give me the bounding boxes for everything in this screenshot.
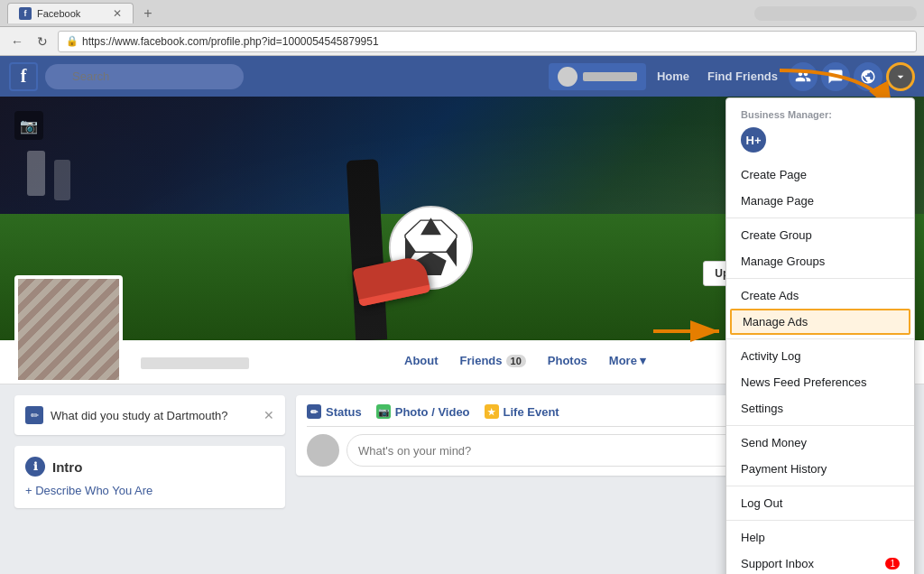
- manage-page-item[interactable]: Manage Page: [726, 188, 914, 214]
- ads-section: Create Ads Manage Ads: [726, 279, 914, 339]
- intro-add-btn[interactable]: + Describe Who You Are: [25, 484, 274, 497]
- settings-item[interactable]: Settings: [726, 395, 914, 421]
- biz-manager-label: Business Manager:: [726, 104, 914, 122]
- player-legs: [351, 142, 459, 340]
- create-group-item[interactable]: Create Group: [726, 222, 914, 248]
- profile-name-area: [141, 357, 249, 384]
- player-bg-2: [54, 160, 70, 200]
- question-icon: ✏: [25, 406, 43, 424]
- tab-close-btn[interactable]: ✕: [113, 7, 122, 20]
- camera-icon[interactable]: 📷: [14, 111, 43, 140]
- activity-log-item[interactable]: Activity Log: [726, 343, 914, 369]
- intro-title: Intro: [52, 459, 82, 475]
- pages-section: Create Page Manage Page: [726, 158, 914, 218]
- browser-tab[interactable]: f Facebook ✕: [7, 3, 134, 23]
- back-button[interactable]: ←: [7, 32, 27, 51]
- question-text: What did you study at Dartmouth?: [51, 409, 228, 422]
- logout-section: Log Out: [726, 486, 914, 521]
- create-ads-item[interactable]: Create Ads: [726, 282, 914, 309]
- fb-logo[interactable]: f: [9, 62, 38, 91]
- profile-tabs: About Friends 10 Photos More ▾: [393, 340, 658, 384]
- intro-widget: ℹ Intro + Describe Who You Are: [14, 446, 285, 508]
- tab-more[interactable]: More ▾: [598, 340, 658, 384]
- photo-icon: 📷: [376, 404, 391, 419]
- send-money-item[interactable]: Send Money: [726, 430, 914, 456]
- life-event-label: Life Event: [504, 405, 559, 419]
- status-label: Status: [326, 405, 362, 419]
- manage-ads-item[interactable]: Manage Ads: [730, 309, 910, 335]
- browser-chrome: f Facebook ✕ +: [0, 0, 924, 27]
- photo-video-tab[interactable]: 📷 Photo / Video: [376, 404, 470, 419]
- activity-section: Activity Log News Feed Preferences Setti…: [726, 339, 914, 426]
- support-inbox-item[interactable]: Support Inbox 1: [726, 551, 914, 574]
- news-feed-prefs-item[interactable]: News Feed Preferences: [726, 369, 914, 395]
- search-wrapper: 🔍: [45, 64, 244, 89]
- find-friends-link[interactable]: Find Friends: [700, 69, 785, 83]
- post-input[interactable]: [346, 434, 770, 467]
- home-link[interactable]: Home: [650, 69, 697, 83]
- lock-icon: 🔒: [66, 35, 79, 47]
- question-row: ✏ What did you study at Dartmouth? ✕: [25, 406, 274, 424]
- header-user-link[interactable]: [549, 63, 646, 90]
- support-inbox-badge: 1: [885, 558, 900, 569]
- profile-avatar: [14, 275, 123, 384]
- money-section: Send Money Payment History: [726, 426, 914, 486]
- dropdown-menu: Business Manager: H+ Create Page Manage …: [725, 97, 915, 574]
- tab-about[interactable]: About: [393, 340, 449, 384]
- tab-friends[interactable]: Friends 10: [449, 340, 537, 384]
- tab-favicon: f: [19, 7, 32, 20]
- header-avatar: [558, 67, 578, 87]
- profile-name-placeholder: [141, 357, 249, 369]
- close-question-btn[interactable]: ✕: [263, 408, 274, 422]
- new-tab-btn[interactable]: +: [139, 5, 157, 23]
- search-input[interactable]: [45, 64, 244, 89]
- header-right: Home Find Friends: [549, 62, 915, 91]
- friends-icon-btn[interactable]: [789, 62, 818, 91]
- life-event-icon: ★: [485, 404, 499, 419]
- logout-item[interactable]: Log Out: [726, 490, 914, 516]
- intro-add-text: + Describe Who You Are: [25, 484, 152, 497]
- status-icon: ✏: [307, 404, 321, 419]
- address-bar[interactable]: 🔒 https://www.facebook.com/profile.php?i…: [58, 31, 917, 52]
- question-widget: ✏ What did you study at Dartmouth? ✕: [14, 395, 285, 435]
- photo-video-label: Photo / Video: [395, 405, 470, 419]
- globe-icon-btn[interactable]: [854, 62, 882, 91]
- tab-title: Facebook: [37, 8, 80, 19]
- reload-button[interactable]: ↻: [32, 32, 52, 51]
- groups-section: Create Group Manage Groups: [726, 218, 914, 279]
- create-page-item[interactable]: Create Page: [726, 162, 914, 188]
- intro-icon: ℹ: [25, 457, 45, 477]
- payment-history-item[interactable]: Payment History: [726, 456, 914, 482]
- settings-dropdown-btn[interactable]: [886, 62, 915, 91]
- messages-icon-btn[interactable]: [821, 62, 850, 91]
- biz-icon: H+: [741, 127, 766, 153]
- status-tab[interactable]: ✏ Status: [307, 404, 362, 419]
- help-section: Help Support Inbox 1 Report a Problem: [726, 521, 914, 574]
- life-event-tab[interactable]: ★ Life Event: [485, 404, 559, 419]
- post-avatar: [307, 434, 339, 467]
- tab-photos[interactable]: Photos: [537, 340, 598, 384]
- address-bar-row: ← ↻ 🔒 https://www.facebook.com/profile.p…: [0, 27, 924, 56]
- left-sidebar: ✏ What did you study at Dartmouth? ✕ ℹ I…: [14, 395, 285, 519]
- player-bg-1: [27, 151, 45, 196]
- intro-header: ℹ Intro: [25, 457, 274, 477]
- manage-groups-item[interactable]: Manage Groups: [726, 248, 914, 274]
- fb-header: f 🔍 Home Find Friends: [0, 56, 924, 97]
- url-text: https://www.facebook.com/profile.php?id=…: [82, 35, 379, 48]
- biz-manager-row[interactable]: H+: [726, 122, 914, 158]
- help-item[interactable]: Help: [726, 524, 914, 551]
